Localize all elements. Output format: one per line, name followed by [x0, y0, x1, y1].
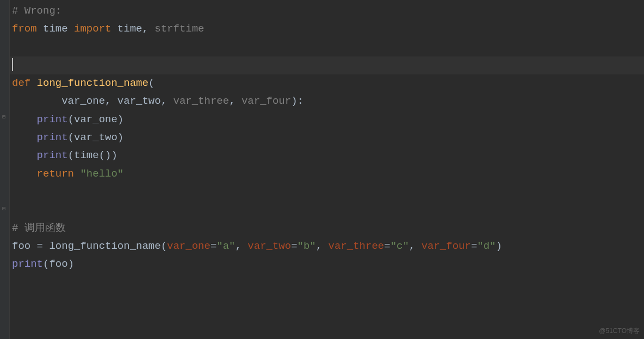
code-line[interactable]: print(time())	[12, 147, 644, 165]
code-editor[interactable]: # Wrong: from time import time, strftime…	[0, 0, 644, 273]
editor-gutter: ⊟ ⊟	[0, 0, 10, 339]
code-line[interactable]	[12, 183, 644, 201]
comment-text: # 调用函数	[12, 222, 66, 234]
code-line[interactable]	[12, 56, 644, 74]
code-line[interactable]: # 调用函数	[12, 219, 644, 237]
code-line[interactable]: return "hello"	[12, 165, 644, 183]
fold-marker-icon[interactable]: ⊟	[2, 204, 5, 214]
comment-text: # Wrong:	[12, 5, 61, 17]
fold-marker-icon[interactable]: ⊟	[2, 112, 5, 122]
code-line[interactable]: print(foo)	[12, 255, 644, 273]
code-line[interactable]: # Wrong:	[12, 2, 644, 20]
code-line[interactable]: def long_function_name(	[12, 74, 644, 92]
code-line[interactable]	[12, 201, 644, 219]
text-cursor	[12, 58, 13, 71]
code-line[interactable]: var_one, var_two, var_three, var_four):	[12, 92, 644, 110]
watermark-text: @51CTO博客	[599, 325, 640, 337]
code-line[interactable]: print(var_one)	[12, 111, 644, 129]
code-line[interactable]: print(var_two)	[12, 129, 644, 147]
code-line[interactable]	[12, 39, 644, 56]
code-line[interactable]: foo = long_function_name(var_one="a", va…	[12, 237, 644, 255]
code-line[interactable]: from time import time, strftime	[12, 20, 644, 38]
